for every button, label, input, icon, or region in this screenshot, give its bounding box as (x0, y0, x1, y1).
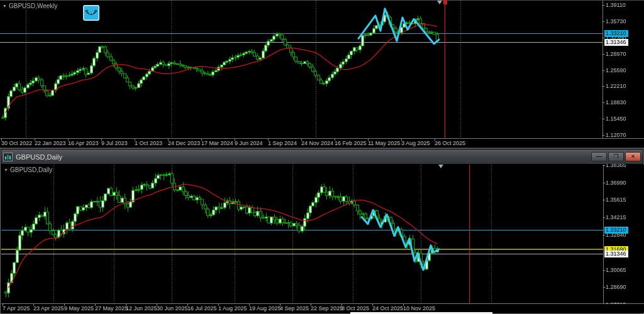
time-tick-label: 3 Aug 2025 (401, 140, 430, 146)
time-tick-label: 30 Oct 2022 (1, 140, 32, 146)
daily-chart-window: GBPUSD,Daily — ❐ × ▼GBPUSD,Daily 1.38365… (0, 148, 644, 314)
weekly-time-axis[interactable]: 30 Oct 202222 Jan 202316 Apr 20239 Jul 2… (0, 139, 644, 148)
time-tick-label: 9 May 2025 (64, 305, 94, 311)
time-tick-label: 11 May 2025 (368, 140, 400, 146)
price-tick-label: 1.36990 (606, 180, 626, 187)
weekly-symbol-label: ▼GBPUSD,Weekly (3, 3, 58, 10)
time-tick-label: 1 Aug 2025 (218, 305, 247, 311)
window-icon (3, 153, 13, 161)
price-tick-label: 1.25590 (606, 67, 626, 74)
time-tick-label: 26 Oct 2025 (435, 140, 465, 146)
triangle-down-icon: ▼ (3, 3, 7, 10)
price-tag-1.31346: 1.31346 (604, 251, 628, 257)
price-tick-label: 1.15450 (606, 116, 626, 122)
time-tick-label: 10 Nov 2025 (403, 305, 435, 311)
time-tick-label: 16 Feb 2025 (335, 140, 367, 146)
daily-symbol-label: ▼GBPUSD,Daily (4, 166, 52, 174)
time-tick-label: 7 Apr 2025 (3, 305, 30, 311)
weekly-chart-canvas[interactable] (0, 1, 644, 139)
daily-window-title: GBPUSD,Daily (16, 153, 590, 161)
time-tick-label: 1 Oct 2023 (135, 140, 162, 146)
time-tick-label: 27 May 2025 (95, 305, 128, 311)
hammock-logo-icon (83, 5, 99, 21)
time-tick-label: 1 Sep 2024 (268, 140, 297, 146)
price-tag-1.31346: 1.31346 (604, 39, 628, 46)
minimize-button[interactable]: — (591, 152, 607, 161)
weekly-symbol-text: GBPUSD,Weekly (9, 3, 58, 9)
time-tick-label: 19 Aug 2025 (249, 305, 281, 311)
time-tick-label: 22 Jan 2023 (35, 140, 66, 146)
time-tick-label: 24 Nov 2024 (301, 140, 333, 146)
time-tick-label: 12 Jun 2025 (126, 305, 157, 311)
close-button[interactable]: × (625, 152, 641, 161)
price-tick-label: 1.18830 (606, 99, 626, 106)
daily-symbol-text: GBPUSD,Daily (10, 166, 52, 173)
price-tick-label: 1.28970 (606, 51, 626, 58)
time-tick-label: 30 Jun 2025 (157, 305, 188, 311)
time-tick-label: 4 Sep 2025 (280, 305, 309, 311)
time-tick-label: 8 Oct 2025 (341, 305, 369, 311)
daily-window-titlebar[interactable]: GBPUSD,Daily — ❐ × (1, 149, 643, 164)
time-tick-label: 24 Oct 2025 (372, 305, 403, 311)
time-tick-label: 23 Apr 2025 (33, 305, 64, 311)
daily-price-axis[interactable]: 1.383651.369901.356151.342151.328401.300… (604, 165, 644, 304)
price-tag-1.33210: 1.33210 (604, 30, 628, 37)
price-tick-label: 1.34215 (606, 214, 626, 221)
time-tick-label: 22 Sep 2025 (311, 305, 343, 311)
price-tag-1.33210: 1.33210 (604, 227, 628, 234)
price-tick-label: 1.39110 (606, 2, 626, 9)
price-tick-label: 1.28690 (606, 284, 626, 291)
time-tick-label: 17 Mar 2024 (201, 140, 233, 146)
price-tick-label: 1.30065 (606, 267, 626, 274)
time-tick-label: 9 Jul 2023 (101, 140, 128, 146)
weekly-chart-window: ▼GBPUSD,Weekly 1.391101.357301.323501.28… (0, 0, 644, 148)
price-tick-label: 1.35730 (606, 18, 626, 25)
weekly-price-axis[interactable]: 1.391101.357301.323501.289701.255901.222… (604, 1, 644, 139)
triangle-down-icon: ▼ (4, 166, 8, 174)
mdi-workspace: ▼GBPUSD,Weekly 1.391101.357301.323501.28… (0, 0, 644, 314)
time-tick-label: 16 Apr 2023 (68, 140, 99, 146)
daily-chart-canvas[interactable] (1, 165, 644, 304)
restore-button[interactable]: ❐ (608, 152, 624, 161)
time-tick-label: 16 Jul 2025 (187, 305, 217, 311)
time-tick-label: 9 Jun 2024 (235, 140, 263, 146)
daily-time-axis[interactable]: 7 Apr 202523 Apr 20259 May 202527 May 20… (1, 304, 644, 313)
time-tick-label: 24 Dec 2023 (168, 140, 200, 146)
price-tick-label: 1.22210 (606, 83, 626, 90)
price-tick-label: 1.12070 (606, 132, 626, 139)
price-tick-label: 1.35615 (606, 197, 626, 203)
